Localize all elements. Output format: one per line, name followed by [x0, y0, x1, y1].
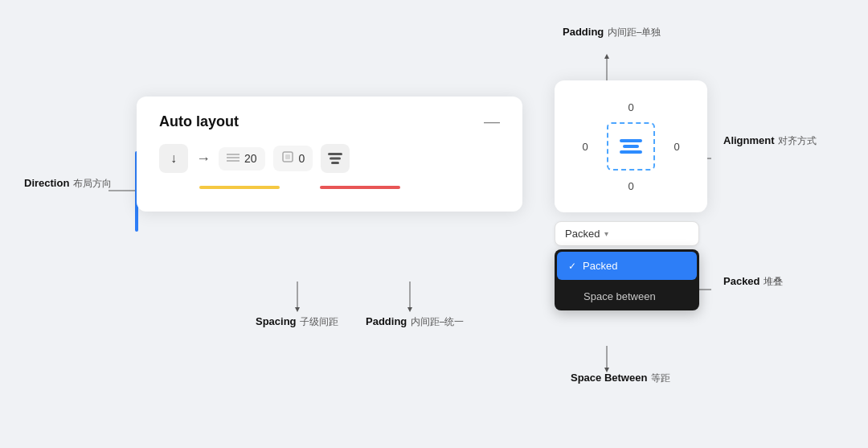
- packed-annotation-title: Packed: [723, 275, 760, 287]
- packed-annotation-sub: 堆叠: [764, 276, 783, 287]
- annotation-direction: Direction 布局方向: [24, 175, 112, 191]
- align-bar-top: [620, 139, 642, 142]
- padding-control[interactable]: 0: [273, 146, 313, 171]
- svg-rect-12: [328, 153, 342, 155]
- align-bar-mid: [623, 145, 639, 148]
- alignment-annotation-title: Alignment: [723, 134, 775, 146]
- dropdown-item-packed-label: Packed: [583, 260, 617, 272]
- packed-selector-label: Packed: [565, 228, 600, 240]
- space-between-annotation-sub: 等距: [651, 372, 670, 384]
- dropdown-item-packed[interactable]: ✓ Packed: [557, 252, 697, 280]
- svg-rect-11: [285, 154, 290, 159]
- align-button[interactable]: [321, 144, 350, 173]
- panel-minus-button[interactable]: —: [484, 113, 500, 131]
- alignment-annotation-sub: 对齐方式: [778, 135, 817, 146]
- direction-right-icon: →: [196, 150, 211, 167]
- annotation-packed: Packed 堆叠: [723, 273, 783, 289]
- spacing-control[interactable]: 20: [219, 147, 265, 171]
- annotation-spacing: Spacing 子级间距: [256, 314, 338, 329]
- annotation-space-between: Space Between 等距: [571, 370, 670, 385]
- dropdown-item-space-between-label: Space between: [583, 290, 656, 302]
- align-bar-bot: [620, 150, 642, 154]
- chevron-down-icon: ▾: [604, 229, 608, 238]
- padding-right-value[interactable]: 0: [665, 141, 689, 153]
- packed-dropdown-area: Packed ▾ ✓ Packed Space between: [555, 221, 699, 310]
- padding-uni-annotation-sub: 内间距–统一: [411, 316, 465, 327]
- direction-down-button[interactable]: ↓: [159, 144, 188, 173]
- annotation-padding-unified: Padding 内间距–统一: [366, 314, 464, 329]
- padding-value[interactable]: 0: [299, 152, 305, 165]
- padding-inputs-grid: 0 0 0 0: [569, 95, 693, 198]
- padding-single-annotation-sub: 内间距–单独: [608, 27, 661, 38]
- padding-indicator-bar: [320, 186, 400, 189]
- padding-bottom-value[interactable]: 0: [619, 180, 643, 192]
- annotation-alignment: Alignment 对齐方式: [723, 133, 817, 148]
- padding-top-value[interactable]: 0: [619, 101, 643, 113]
- padding-uni-annotation-title: Padding: [366, 315, 407, 327]
- spacing-icon: [227, 152, 240, 166]
- dropdown-item-space-between[interactable]: Space between: [555, 282, 699, 310]
- auto-layout-panel: Auto layout — ↓ → 20: [137, 97, 522, 212]
- alignment-icon: [620, 139, 642, 154]
- space-between-annotation-title: Space Between: [571, 372, 647, 384]
- svg-rect-14: [331, 162, 339, 164]
- direction-annotation-title: Direction: [24, 177, 69, 189]
- panel-title: Auto layout: [159, 113, 239, 130]
- panel-header: Auto layout —: [159, 113, 500, 131]
- svg-rect-13: [330, 158, 341, 160]
- alignment-panel: 0 0 0 0: [555, 80, 707, 212]
- alignment-center-box[interactable]: [607, 122, 655, 171]
- spacing-value[interactable]: 20: [244, 152, 257, 165]
- spacing-annotation-sub: 子级间距: [300, 316, 338, 327]
- padding-icon: [281, 150, 294, 166]
- annotation-padding-single: Padding 内间距–单独: [563, 24, 661, 39]
- checkmark-icon: ✓: [568, 261, 576, 272]
- arrow-down-icon: ↓: [170, 151, 177, 166]
- panel-controls: ↓ → 20 0: [159, 144, 500, 173]
- padding-single-annotation-title: Padding: [563, 26, 604, 38]
- direction-annotation-sub: 布局方向: [73, 178, 112, 189]
- spacing-annotation-title: Spacing: [256, 315, 297, 327]
- packed-selector[interactable]: Packed ▾: [555, 221, 699, 246]
- spacing-indicator-bar: [199, 186, 280, 189]
- dropdown-menu: ✓ Packed Space between: [555, 249, 699, 310]
- padding-left-value[interactable]: 0: [573, 141, 597, 153]
